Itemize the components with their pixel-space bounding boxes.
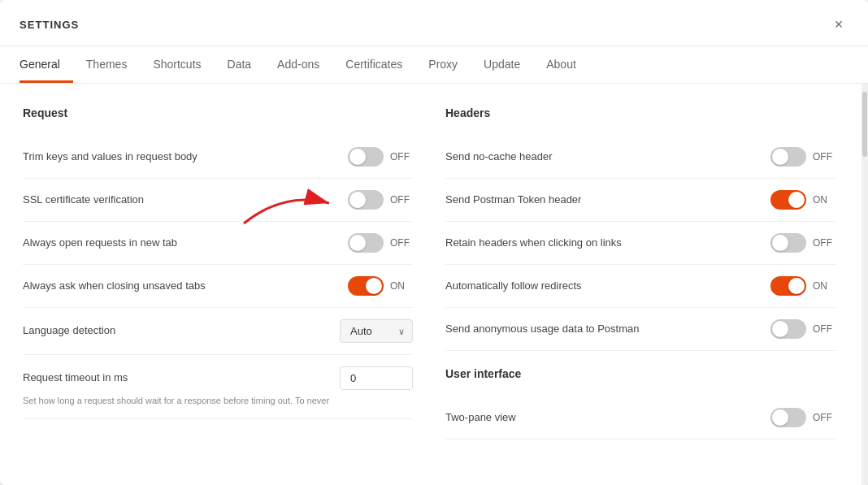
tab-proxy[interactable]: Proxy [428, 46, 471, 83]
two-pane-status: OFF [813, 412, 835, 423]
user-interface-section-title: User interface [445, 367, 835, 380]
ssl-cert-toggle-container: OFF [348, 190, 413, 210]
nav-tabs: General Themes Shortcuts Data Add-ons Ce… [0, 46, 868, 84]
setting-row-auto-follow: Automatically follow redirects ON [445, 265, 835, 308]
setting-row-anon-usage: Send anonymous usage data to Postman OFF [445, 308, 835, 351]
retain-headers-status: OFF [813, 237, 835, 249]
tab-general[interactable]: General [20, 46, 73, 83]
headers-section-title: Headers [445, 106, 835, 119]
postman-token-label: Send Postman Token header [445, 193, 770, 207]
language-dropdown[interactable]: Auto Manual [340, 319, 413, 343]
main-content: Request Trim keys and values in request … [0, 84, 861, 485]
language-dropdown-wrapper: Auto Manual [340, 319, 413, 343]
anon-usage-status: OFF [813, 323, 835, 335]
anon-usage-label: Send anonymous usage data to Postman [445, 322, 770, 336]
setting-row-language: Language detection Auto Manual [23, 308, 413, 355]
settings-window: SETTINGS × General Themes Shortcuts Data… [0, 0, 868, 485]
setting-row-postman-token: Send Postman Token header ON [445, 179, 835, 222]
window-title: SETTINGS [20, 19, 79, 31]
request-section-title: Request [23, 106, 413, 119]
anon-usage-toggle-knob [772, 321, 788, 337]
open-new-tab-label: Always open requests in new tab [23, 236, 348, 250]
tab-update[interactable]: Update [484, 46, 533, 83]
setting-row-retain-headers: Retain headers when clicking on links OF… [445, 222, 835, 265]
open-new-tab-toggle-container: OFF [348, 233, 413, 253]
retain-headers-toggle[interactable] [770, 233, 806, 253]
ask-closing-toggle-knob [366, 278, 382, 294]
postman-token-toggle[interactable] [770, 190, 806, 210]
tab-shortcuts[interactable]: Shortcuts [153, 46, 214, 83]
auto-follow-toggle-knob [788, 278, 805, 294]
timeout-label: Request timeout in ms [23, 370, 340, 385]
ask-closing-status: ON [390, 280, 413, 292]
two-pane-toggle-knob [772, 409, 788, 426]
setting-row-ssl-cert: SSL certificate verification OFF [23, 179, 413, 222]
no-cache-toggle-container: OFF [770, 147, 835, 167]
setting-row-trim-keys: Trim keys and values in request body OFF [23, 136, 413, 179]
title-bar: SETTINGS × [0, 0, 868, 46]
retain-headers-toggle-knob [772, 235, 788, 251]
no-cache-status: OFF [813, 151, 835, 162]
trim-keys-toggle-knob [349, 149, 366, 165]
setting-row-timeout: Request timeout in ms Set how long a req… [23, 355, 413, 419]
setting-row-no-cache: Send no-cache header OFF [445, 136, 835, 179]
tab-themes[interactable]: Themes [86, 46, 141, 83]
ask-closing-label: Always ask when closing unsaved tabs [23, 279, 348, 293]
anon-usage-toggle[interactable] [770, 319, 806, 339]
open-new-tab-toggle-knob [349, 235, 366, 251]
ask-closing-toggle-container: ON [348, 276, 413, 296]
no-cache-toggle[interactable] [770, 147, 806, 167]
close-button[interactable]: × [829, 15, 848, 34]
tab-data[interactable]: Data [228, 46, 265, 83]
timeout-label-area: Request timeout in ms [23, 366, 413, 390]
tab-about[interactable]: About [546, 46, 589, 83]
two-pane-toggle-container: OFF [770, 408, 835, 427]
tab-addons[interactable]: Add-ons [277, 46, 332, 83]
no-cache-toggle-knob [772, 149, 788, 165]
timeout-sublabel: Set how long a request should wait for a… [23, 395, 413, 407]
auto-follow-toggle-container: ON [770, 276, 835, 296]
postman-token-toggle-container: ON [770, 190, 835, 210]
auto-follow-status: ON [813, 280, 835, 292]
no-cache-label: Send no-cache header [445, 149, 770, 164]
auto-follow-label: Automatically follow redirects [445, 279, 770, 293]
two-pane-label: Two-pane view [445, 410, 770, 425]
content-area: Request Trim keys and values in request … [0, 84, 868, 485]
postman-token-toggle-knob [788, 192, 805, 208]
trim-keys-toggle-container: OFF [348, 147, 413, 167]
trim-keys-status: OFF [390, 151, 413, 162]
two-pane-toggle[interactable] [770, 408, 806, 427]
retain-headers-toggle-container: OFF [770, 233, 835, 253]
ask-closing-toggle[interactable] [348, 276, 384, 296]
right-column: Headers Send no-cache header OFF Send Po… [445, 106, 835, 440]
scrollbar-thumb[interactable] [862, 92, 867, 157]
tab-certificates[interactable]: Certificates [345, 46, 415, 83]
setting-row-ask-closing: Always ask when closing unsaved tabs ON [23, 265, 413, 308]
anon-usage-toggle-container: OFF [770, 319, 835, 339]
left-column: Request Trim keys and values in request … [23, 106, 413, 440]
postman-token-status: ON [813, 194, 835, 206]
trim-keys-label: Trim keys and values in request body [23, 149, 348, 164]
timeout-input[interactable] [340, 366, 413, 390]
retain-headers-label: Retain headers when clicking on links [445, 236, 770, 250]
auto-follow-toggle[interactable] [770, 276, 806, 296]
trim-keys-toggle[interactable] [348, 147, 384, 167]
ssl-cert-label: SSL certificate verification [23, 193, 348, 207]
ssl-cert-status: OFF [390, 194, 413, 206]
setting-row-open-new-tab: Always open requests in new tab OFF [23, 222, 413, 265]
ssl-cert-toggle[interactable] [348, 190, 384, 210]
setting-row-two-pane: Two-pane view OFF [445, 396, 835, 440]
language-label: Language detection [23, 323, 340, 338]
open-new-tab-toggle[interactable] [348, 233, 384, 253]
scrollbar-track[interactable] [861, 84, 868, 485]
ssl-cert-toggle-knob [349, 192, 366, 208]
open-new-tab-status: OFF [390, 237, 413, 249]
